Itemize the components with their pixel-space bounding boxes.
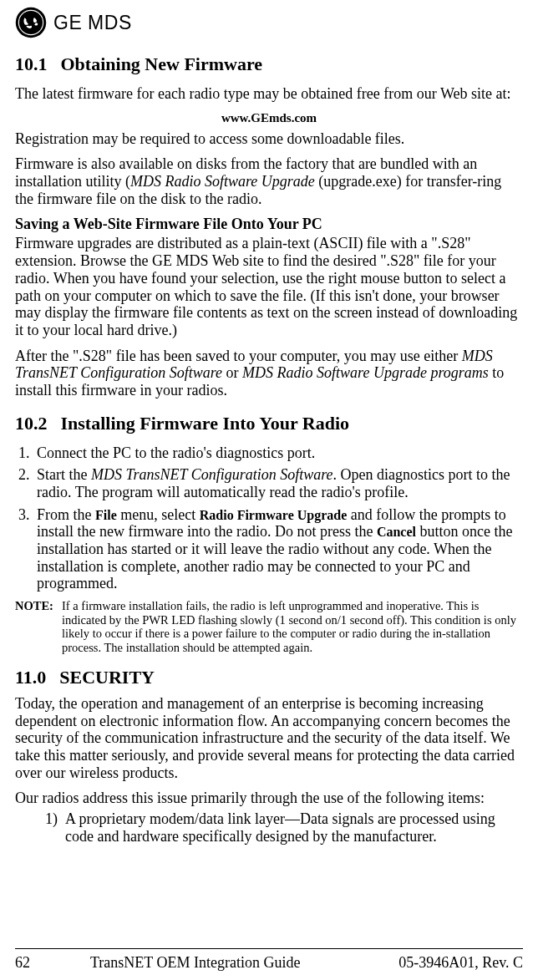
document-revision: 05-3946A01, Rev. C	[398, 954, 523, 972]
list-item: 1) A proprietary modem/data link layer—D…	[45, 810, 523, 845]
section-10-1-heading: 10.1Obtaining New Firmware	[15, 53, 523, 75]
security-items: 1) A proprietary modem/data link layer—D…	[45, 810, 523, 845]
paragraph: After the ".S28" file has been saved to …	[15, 348, 523, 399]
paragraph: Our radios address this issue primarily …	[15, 790, 523, 807]
section-11-heading: 11.0SECURITY	[15, 667, 523, 688]
section-number: 10.2	[15, 413, 48, 434]
section-number: 11.0	[15, 667, 46, 688]
section-10-2-heading: 10.2Installing Firmware Into Your Radio	[15, 413, 523, 434]
note-block: NOTE: If a firmware installation fails, …	[15, 599, 523, 655]
paragraph: Registration may be required to access s…	[15, 130, 523, 148]
paragraph: Firmware is also available on disks from…	[15, 155, 523, 207]
section-number: 10.1	[15, 53, 48, 75]
section-title-text: Installing Firmware Into Your Radio	[61, 413, 350, 434]
note-label: NOTE:	[15, 599, 62, 655]
installation-steps: Connect the PC to the radio's diagnostic…	[33, 444, 523, 593]
subheading: Saving a Web-Site Firmware File Onto You…	[15, 216, 523, 233]
document-title: TransNET OEM Integration Guide	[90, 954, 398, 972]
header-logo: GE MDS	[15, 7, 523, 38]
paragraph: Firmware upgrades are distributed as a p…	[15, 235, 523, 338]
section-title-text: Obtaining New Firmware	[61, 53, 263, 74]
paragraph: The latest firmware for each radio type …	[15, 85, 523, 103]
list-item: From the File menu, select Radio Firmwar…	[33, 506, 523, 592]
brand-text: GE MDS	[53, 12, 132, 34]
page-number: 62	[15, 954, 90, 972]
page-footer: 62 TransNET OEM Integration Guide 05-394…	[15, 948, 523, 972]
ge-logo-icon	[15, 7, 47, 38]
list-item: Start the MDS TransNET Configuration Sof…	[33, 466, 523, 500]
svg-point-2	[19, 11, 43, 34]
list-item: Connect the PC to the radio's diagnostic…	[33, 444, 523, 462]
paragraph: Today, the operation and management of a…	[15, 695, 523, 781]
note-text: If a firmware installation fails, the ra…	[62, 599, 523, 655]
section-title-text: SECURITY	[59, 667, 155, 688]
download-url: www.GEmds.com	[15, 111, 523, 125]
